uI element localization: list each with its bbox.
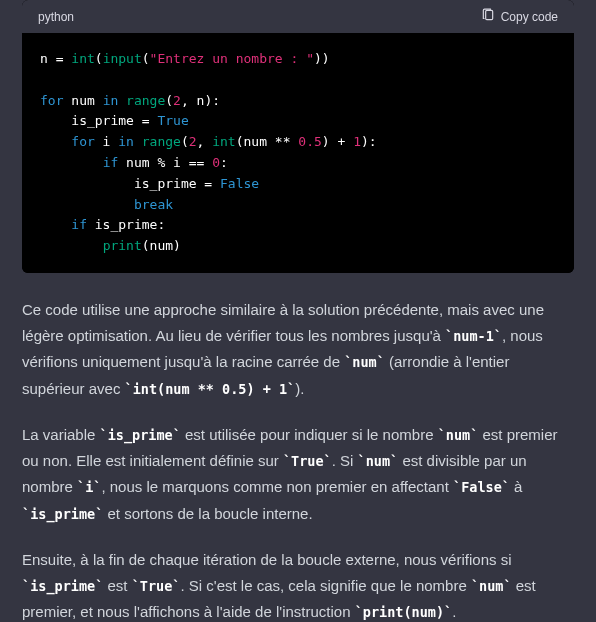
inline-code: `is_prime` bbox=[22, 578, 103, 594]
paragraph-1: Ce code utilise une approche similaire à… bbox=[22, 297, 574, 402]
inline-code: `False` bbox=[453, 479, 510, 495]
code-block: python Copy code n = int(input("Entrez u… bbox=[22, 0, 574, 273]
inline-code: `num` bbox=[438, 427, 479, 443]
code-header: python Copy code bbox=[22, 0, 574, 33]
paragraph-2: La variable `is_prime` est utilisée pour… bbox=[22, 422, 574, 527]
inline-code: `is_prime` bbox=[22, 506, 103, 522]
inline-code: `int(num ** 0.5) + 1` bbox=[125, 381, 296, 397]
svg-rect-0 bbox=[485, 10, 492, 19]
inline-code: `True` bbox=[283, 453, 332, 469]
inline-code: `num-1` bbox=[445, 328, 502, 344]
copy-code-button[interactable]: Copy code bbox=[481, 8, 558, 25]
explanation-text: Ce code utilise une approche similaire à… bbox=[0, 297, 596, 622]
inline-code: `num` bbox=[344, 354, 385, 370]
inline-code: `num` bbox=[358, 453, 399, 469]
clipboard-icon bbox=[481, 8, 495, 25]
inline-code: `is_prime` bbox=[100, 427, 181, 443]
inline-code: `True` bbox=[132, 578, 181, 594]
code-language-label: python bbox=[38, 10, 74, 24]
code-content[interactable]: n = int(input("Entrez un nombre : ")) fo… bbox=[22, 33, 574, 273]
copy-code-label: Copy code bbox=[501, 10, 558, 24]
inline-code: `num` bbox=[471, 578, 512, 594]
inline-code: `i` bbox=[77, 479, 101, 495]
inline-code: `print(num)` bbox=[355, 604, 453, 620]
paragraph-3: Ensuite, à la fin de chaque itération de… bbox=[22, 547, 574, 622]
